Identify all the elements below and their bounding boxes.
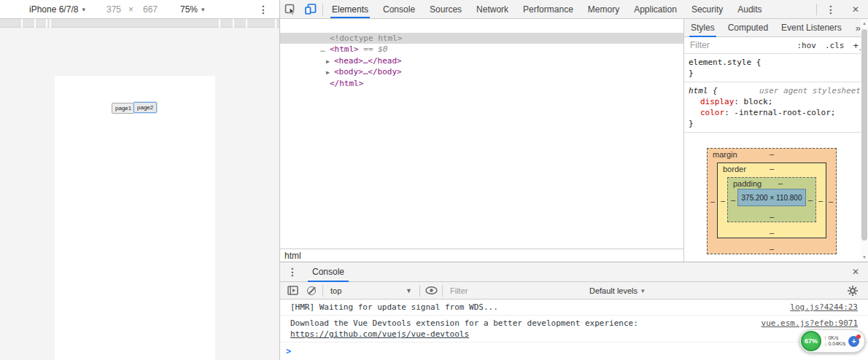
zoom-select[interactable]: 75% ▾ bbox=[180, 0, 205, 18]
drawer-menu-button[interactable]: ⋮ bbox=[280, 266, 298, 278]
element-classes-button[interactable]: .cls bbox=[825, 41, 845, 50]
clear-console-icon bbox=[307, 286, 316, 295]
toggle-element-state-button[interactable]: :hov bbox=[797, 41, 816, 50]
page1-button[interactable]: page1 bbox=[112, 103, 135, 114]
styles-filter-row: :hov .cls + bbox=[684, 37, 868, 54]
download-rate: 0.04K/s bbox=[828, 341, 845, 346]
system-monitor-widget[interactable]: 67% ↑ 0K/s ↓ 0.04K/s + bbox=[799, 329, 865, 353]
chevron-down-icon: ▾ bbox=[82, 6, 85, 13]
cpu-usage-badge: 67% bbox=[801, 331, 821, 351]
scroll-down-arrow[interactable]: ▼ bbox=[861, 253, 868, 262]
tab-network[interactable]: Network bbox=[469, 0, 516, 18]
head-tag-text: <head>…</head> bbox=[334, 56, 402, 66]
margin-bottom-value: – bbox=[770, 244, 774, 253]
tab-performance[interactable]: Performance bbox=[516, 0, 581, 18]
toolbar-separator bbox=[816, 4, 817, 15]
padding-bottom-value: – bbox=[770, 212, 774, 221]
message-url-link[interactable]: https://github.com/vuejs/vue-devtools bbox=[290, 329, 469, 339]
clear-console-button[interactable] bbox=[302, 282, 321, 299]
tab-memory[interactable]: Memory bbox=[581, 0, 627, 18]
live-expression-button[interactable] bbox=[422, 282, 441, 299]
viewport-height-value: 667 bbox=[143, 4, 158, 15]
device-select[interactable]: iPhone 6/7/8 ▾ bbox=[29, 0, 85, 18]
message-text: Download the Vue Devtools extension for … bbox=[290, 318, 747, 340]
console-messages: [HMR] Waiting for update signal from WDS… bbox=[280, 300, 868, 356]
tab-styles[interactable]: Styles bbox=[684, 19, 721, 37]
html-ua-rule[interactable]: html { user agent stylesheet display: bl… bbox=[684, 82, 868, 133]
tab-application[interactable]: Application bbox=[627, 0, 684, 18]
multiply-icon: × bbox=[128, 4, 133, 15]
scrollbar-thumb[interactable] bbox=[861, 29, 867, 240]
close-brace: } bbox=[689, 118, 865, 129]
console-drawer: ⋮ Console ✕ bbox=[280, 262, 868, 360]
close-icon: ✕ bbox=[852, 4, 859, 15]
disclosure-triangle-icon[interactable]: ▶ bbox=[326, 56, 334, 68]
breadcrumb-html[interactable]: html bbox=[284, 251, 301, 261]
message-source-link[interactable]: vue.esm.js?efeb:9071 bbox=[762, 318, 858, 329]
console-sidebar-toggle-button[interactable] bbox=[283, 282, 302, 299]
media-query-ruler bbox=[0, 19, 279, 28]
element-style-rule[interactable]: element.style { } bbox=[684, 54, 868, 82]
device-toolbar-icon bbox=[305, 4, 317, 15]
padding-top-value: – bbox=[778, 179, 783, 187]
border-left-value: – bbox=[721, 196, 725, 205]
kebab-menu-icon: ⋮ bbox=[826, 4, 836, 15]
tab-security[interactable]: Security bbox=[684, 0, 730, 18]
ruler-tick bbox=[275, 19, 276, 28]
inspect-cursor-icon bbox=[284, 4, 296, 15]
message-line1: Download the Vue Devtools extension for … bbox=[290, 318, 638, 328]
console-message: [HMR] Waiting for update signal from WDS… bbox=[280, 300, 868, 316]
disclosure-triangle-icon[interactable]: ▶ bbox=[326, 67, 334, 79]
tab-audits[interactable]: Audits bbox=[730, 0, 769, 18]
console-filter-input[interactable] bbox=[450, 286, 585, 295]
close-drawer-button[interactable]: ✕ bbox=[843, 267, 868, 277]
selected-node-hint: == $0 bbox=[359, 44, 388, 54]
property-name: color bbox=[700, 108, 724, 117]
console-message: Download the Vue Devtools extension for … bbox=[280, 316, 868, 343]
margin-right-value: – bbox=[829, 197, 833, 206]
log-levels-select[interactable]: Default levels ▾ bbox=[589, 286, 645, 295]
console-prompt[interactable]: > bbox=[280, 343, 868, 356]
html-open-tag: <html> bbox=[330, 44, 359, 54]
drawer-tab-console[interactable]: Console bbox=[311, 262, 346, 282]
property-value: : block; bbox=[734, 97, 772, 106]
chevron-down-icon: ▾ bbox=[641, 287, 645, 294]
devtools-menu-button[interactable]: ⋮ bbox=[818, 4, 843, 15]
toggle-device-toolbar-button[interactable] bbox=[301, 0, 321, 18]
viewport-width-field[interactable]: 375 bbox=[106, 0, 121, 18]
page2-button[interactable]: page2 bbox=[133, 102, 157, 113]
device-toolbar-menu-button[interactable]: ⋮ bbox=[258, 0, 268, 18]
close-devtools-button[interactable]: ✕ bbox=[843, 4, 868, 15]
tab-elements[interactable]: Elements bbox=[325, 0, 376, 18]
tab-sources[interactable]: Sources bbox=[422, 0, 469, 18]
prompt-chevron-icon: > bbox=[286, 346, 291, 356]
message-source-link[interactable]: log.js?4244:23 bbox=[790, 302, 858, 313]
console-settings-button[interactable] bbox=[843, 282, 862, 299]
scroll-up-arrow[interactable]: ▲ bbox=[861, 19, 868, 28]
devtools-main-toolbar: Elements Console Sources Network Perform… bbox=[280, 0, 868, 19]
tab-event-listeners[interactable]: Event Listeners bbox=[775, 19, 848, 37]
javascript-context-select[interactable]: top ▼ bbox=[325, 286, 418, 295]
padding-right-value: – bbox=[808, 195, 813, 204]
kebab-menu-icon: ⋮ bbox=[258, 4, 268, 15]
download-arrow-icon: ↓ bbox=[824, 341, 827, 346]
doctype-node[interactable]: <!doctype html> bbox=[280, 21, 683, 33]
devtools-pane: Elements Console Sources Network Perform… bbox=[280, 0, 868, 360]
html-selector: html { bbox=[689, 85, 718, 96]
tab-computed[interactable]: Computed bbox=[721, 19, 775, 37]
eye-icon bbox=[425, 286, 438, 294]
ruler-tick bbox=[219, 19, 220, 28]
chevron-down-icon: ▾ bbox=[201, 6, 205, 13]
tab-console[interactable]: Console bbox=[376, 0, 422, 18]
styles-filter-input[interactable] bbox=[690, 40, 756, 50]
elements-breadcrumb-bar: html bbox=[280, 249, 683, 262]
inspect-element-button[interactable] bbox=[280, 0, 301, 18]
emulated-page-viewport: page1 page2 bbox=[55, 76, 215, 360]
html-close-tag: </html> bbox=[330, 79, 363, 88]
styles-scrollbar[interactable]: ▲ ▼ bbox=[861, 19, 868, 262]
viewport-height-field[interactable]: 667 bbox=[143, 0, 158, 18]
console-toolbar: top ▼ Default levels ▾ bbox=[280, 282, 868, 300]
user-agent-stylesheet-note: user agent stylesheet bbox=[759, 85, 861, 96]
console-drawer-header: ⋮ Console ✕ bbox=[280, 262, 868, 282]
toolbar-separator bbox=[322, 4, 323, 15]
